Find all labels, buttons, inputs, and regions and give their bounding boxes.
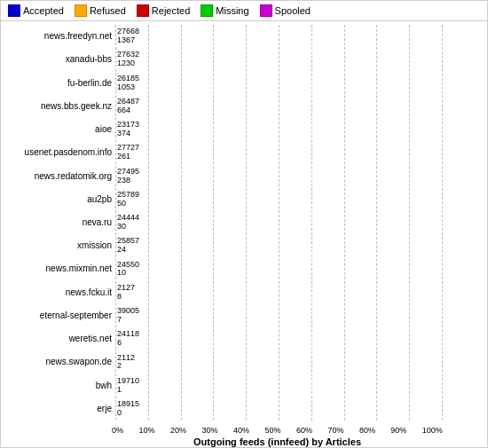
bar-row: 21122 (115, 352, 443, 372)
bars-rows: 2766813672763212302618510532648766423173… (115, 25, 443, 420)
x-tick: 100% (422, 426, 443, 435)
x-tick: 80% (359, 426, 375, 435)
x-tick: 50% (264, 426, 280, 435)
bar-value-label: 21278 (117, 284, 135, 302)
bar-value-label: 276321230 (117, 51, 139, 68)
x-tick: 40% (233, 426, 249, 435)
y-label: neva.ru (83, 213, 112, 232)
bar-value-label: 21122 (117, 354, 135, 372)
bar-row: 241186 (115, 329, 443, 349)
y-label: fu-berlin.de (67, 74, 112, 93)
legend-accepted-label: Accepted (23, 5, 64, 16)
y-label: news.mixmin.net (46, 259, 112, 279)
bar-value-label: 2585724 (117, 237, 139, 255)
bar-row: 2578950 (115, 190, 443, 209)
bar-row: 27495238 (115, 167, 443, 186)
bar-row: 2455010 (115, 259, 443, 279)
legend-refused-label: Refused (90, 5, 126, 16)
x-tick: 30% (201, 426, 217, 435)
bar-row: 26487664 (115, 97, 443, 116)
legend-accepted: Accepted (8, 4, 64, 17)
legend-missing-box (201, 4, 213, 17)
bar-value-label: 27727261 (117, 144, 139, 161)
bar-row: 23173374 (115, 120, 443, 139)
legend-spooled: Spooled (260, 4, 311, 17)
x-tick: 0% (112, 426, 123, 435)
bar-value-label: 27495238 (117, 168, 139, 185)
x-axis: 0%10%20%30%40%50%60%70%80%90%100% Outgoi… (112, 424, 443, 447)
y-label: xanadu-bbs (66, 50, 112, 69)
bar-value-label: 2455010 (117, 261, 139, 279)
y-label: xmission (77, 236, 112, 255)
legend-rejected-box (137, 4, 149, 17)
chart-container: Accepted Refused Rejected Missing Spoole… (0, 0, 488, 448)
x-tick: 70% (327, 426, 343, 435)
bar-row: 27727261 (115, 143, 443, 162)
legend-accepted-box (8, 4, 20, 17)
bar-row: 390057 (115, 306, 443, 326)
bar-value-label: 261851053 (117, 75, 139, 92)
bar-value-label: 26487664 (117, 98, 139, 115)
legend: Accepted Refused Rejected Missing Spoole… (1, 1, 487, 21)
y-label: news.redatomik.org (35, 167, 112, 186)
bar-row: 2585724 (115, 236, 443, 255)
bar-value-label: 197101 (117, 377, 139, 395)
bar-row: 261851053 (115, 74, 443, 93)
x-tick: 90% (390, 426, 406, 435)
y-label: aioe (95, 120, 112, 139)
x-ticks: 0%10%20%30%40%50%60%70%80%90%100% (112, 424, 443, 435)
legend-rejected-label: Rejected (152, 5, 190, 16)
legend-missing-label: Missing (216, 5, 248, 16)
x-tick: 60% (296, 426, 312, 435)
x-tick: 10% (138, 426, 154, 435)
y-label: bwh (96, 376, 112, 396)
bar-value-label: 23173374 (117, 121, 139, 138)
bar-value-label: 241186 (117, 330, 139, 348)
x-title: Outgoing feeds (innfeed) by Articles (112, 436, 443, 447)
bar-row: 276321230 (115, 50, 443, 69)
x-tick: 20% (170, 426, 186, 435)
bar-value-label: 189150 (117, 400, 139, 418)
y-label: news.swapon.de (46, 352, 113, 372)
y-label: au2pb (87, 190, 112, 209)
bar-value-label: 2444430 (117, 214, 139, 232)
bar-row: 21278 (115, 283, 443, 303)
y-label: news.fcku.it (66, 283, 112, 303)
y-label: weretis.net (69, 329, 112, 349)
y-label: news.bbs.geek.nz (41, 97, 112, 116)
y-label: usenet.pasdenom.info (25, 143, 112, 162)
bars-area: 2766813672763212302618510532648766423173… (115, 25, 443, 420)
bar-row: 197101 (115, 376, 443, 396)
bar-row: 2444430 (115, 213, 443, 232)
bar-row: 276681367 (115, 27, 443, 46)
bar-value-label: 390057 (117, 307, 139, 325)
y-label: news.freedyn.net (44, 27, 112, 46)
bar-value-label: 2578950 (117, 191, 139, 208)
legend-spooled-box (260, 4, 272, 17)
legend-spooled-label: Spooled (275, 5, 311, 16)
legend-refused-box (75, 4, 87, 17)
legend-refused: Refused (75, 4, 126, 17)
bar-value-label: 276681367 (117, 28, 139, 45)
bar-row: 189150 (115, 399, 443, 419)
legend-missing: Missing (201, 4, 248, 17)
y-axis: news.freedyn.netxanadu-bbsfu-berlin.dene… (4, 25, 115, 420)
legend-rejected: Rejected (137, 4, 190, 17)
y-label: erje (97, 399, 112, 419)
y-label: eternal-september (40, 306, 112, 326)
